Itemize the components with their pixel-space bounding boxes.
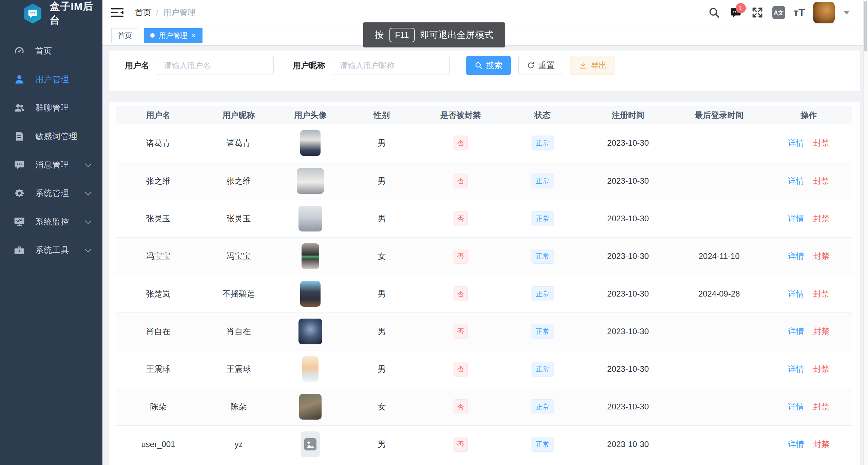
cell-last-login: 2024-09-28 [698, 289, 740, 298]
user-avatar-image [297, 168, 324, 194]
table-row: 张楚岚 不摇碧莲 男 否 正常 2023-10-30 2024-09-28 详情… [116, 275, 852, 312]
sidebar-item-label: 系统工具 [35, 245, 69, 256]
avatar-dropdown-caret-icon[interactable] [844, 11, 850, 15]
cell-registered: 2023-10-30 [607, 251, 649, 261]
sidebar-item[interactable]: 系统工具 [0, 236, 102, 264]
sidebar-item[interactable]: 用户管理 [0, 65, 102, 94]
ban-link[interactable]: 封禁 [813, 364, 829, 373]
user-table-card: 用户名用户昵称用户头像性别是否被封禁状态注册时间最后登录时间操作 诸葛青 诸葛青… [109, 102, 861, 465]
column-header: 操作 [766, 106, 852, 124]
cell-nickname: 冯宝宝 [227, 251, 251, 261]
cell-nickname: 肖自在 [227, 327, 251, 336]
sidebar-item-label: 系统管理 [35, 188, 69, 199]
nickname-label: 用户昵称 [293, 60, 325, 71]
app-title: 盒子IM后台 [50, 0, 102, 27]
sidebar-item[interactable]: 敏感词管理 [0, 122, 102, 150]
table-header-row: 用户名用户昵称用户头像性别是否被封禁状态注册时间最后登录时间操作 [116, 106, 852, 124]
sidebar-item-label: 消息管理 [35, 159, 69, 170]
user-avatar[interactable] [813, 2, 835, 23]
detail-link[interactable]: 详情 [788, 138, 804, 147]
sidebar-item[interactable]: 首页 [0, 37, 102, 65]
user-table: 用户名用户昵称用户头像性别是否被封禁状态注册时间最后登录时间操作 诸葛青 诸葛青… [116, 106, 852, 463]
status-badge: 正常 [532, 362, 554, 377]
cell-username: 张之维 [146, 176, 171, 185]
ban-link[interactable]: 封禁 [813, 176, 829, 185]
font-size-icon[interactable]: тT [793, 7, 805, 18]
ban-link[interactable]: 封禁 [813, 402, 829, 411]
detail-link[interactable]: 详情 [788, 214, 804, 223]
sidebar-item-label: 系统监控 [35, 216, 69, 227]
tab-home[interactable]: 首页 [111, 28, 138, 43]
breadcrumb-home[interactable]: 首页 [135, 7, 151, 18]
scrollbar-thumb[interactable] [864, 1, 867, 52]
column-header: 用户头像 [276, 106, 344, 124]
column-header: 最后登录时间 [673, 106, 766, 124]
user-avatar-image [300, 281, 321, 307]
sidebar-item[interactable]: 消息管理 [0, 150, 102, 179]
language-icon[interactable]: A文 [772, 6, 785, 19]
cell-registered: 2023-10-30 [607, 327, 649, 336]
fullscreen-toast: 按 F11 即可退出全屏模式 [363, 22, 505, 47]
chevron-down-icon [85, 246, 92, 252]
cell-username: 陈朵 [150, 402, 167, 411]
ban-link[interactable]: 封禁 [813, 327, 829, 336]
username-input[interactable] [157, 56, 274, 75]
page-scrollbar[interactable] [863, 0, 868, 465]
tab-user-management[interactable]: 用户管理 × [144, 28, 202, 43]
message-count-badge: 1 [736, 3, 746, 13]
table-row: user_001 yz 男 否 正常 2023-10-30 详情 封禁 [116, 425, 852, 463]
table-row: 诸葛青 诸葛青 男 否 正常 2023-10-30 详情 封禁 [116, 124, 852, 162]
cell-nickname: yz [235, 440, 243, 449]
fullscreen-icon[interactable] [751, 6, 764, 19]
top-header: 首页 / 用户管理 1 A文 тT [102, 0, 863, 25]
search-icon [475, 61, 483, 69]
cell-username: 冯宝宝 [146, 251, 171, 261]
export-button[interactable]: 导出 [571, 56, 615, 75]
message-icon[interactable]: 1 [729, 6, 742, 19]
tab-close-icon[interactable]: × [191, 32, 196, 40]
cell-username: user_001 [141, 440, 175, 449]
status-badge: 正常 [532, 211, 554, 226]
app-logo[interactable]: 盒子IM后台 [0, 0, 102, 27]
detail-link[interactable]: 详情 [788, 251, 804, 261]
detail-link[interactable]: 详情 [788, 440, 804, 449]
sidebar-item[interactable]: 群聊管理 [0, 94, 102, 122]
column-header: 注册时间 [583, 106, 673, 124]
detail-link[interactable]: 详情 [788, 402, 804, 411]
search-button[interactable]: 搜索 [466, 56, 511, 75]
sidebar-collapse-icon[interactable] [111, 7, 123, 18]
sidebar-menu: 首页 用户管理 群聊管理 敏感词管理 消息管理 系统管理 系统监控 系统工具 [0, 37, 102, 264]
table-row: 陈朵 陈朵 女 否 正常 2023-10-30 详情 封禁 [116, 388, 852, 425]
ban-link[interactable]: 封禁 [813, 440, 829, 449]
user-avatar-image [302, 243, 319, 269]
main-content: 用户名 用户昵称 搜索 重置 [102, 46, 863, 465]
banned-badge: 否 [454, 437, 468, 452]
banned-badge: 否 [454, 286, 468, 301]
detail-link[interactable]: 详情 [788, 176, 804, 185]
search-icon[interactable] [707, 6, 721, 19]
ban-link[interactable]: 封禁 [813, 251, 829, 261]
column-header: 状态 [502, 106, 583, 124]
detail-link[interactable]: 详情 [788, 364, 804, 373]
status-badge: 正常 [532, 286, 554, 301]
filter-card: 用户名 用户昵称 搜索 重置 [109, 50, 861, 92]
sidebar-item[interactable]: 系统监控 [0, 207, 102, 236]
detail-link[interactable]: 详情 [788, 327, 804, 336]
app-logo-icon [23, 3, 42, 24]
sidebar-item[interactable]: 系统管理 [0, 179, 102, 207]
reset-button[interactable]: 重置 [518, 56, 563, 75]
cell-registered: 2023-10-30 [607, 440, 649, 449]
column-header: 用户名 [116, 106, 201, 124]
user-avatar-image [302, 356, 319, 382]
nickname-input[interactable] [333, 56, 450, 75]
cell-username: 张灵玉 [146, 214, 171, 223]
detail-link[interactable]: 详情 [788, 289, 804, 298]
cell-gender: 男 [378, 289, 386, 298]
banned-badge: 否 [454, 362, 468, 377]
breadcrumb-current: 用户管理 [163, 7, 196, 18]
ban-link[interactable]: 封禁 [813, 214, 829, 223]
ban-link[interactable]: 封禁 [813, 289, 829, 298]
ban-link[interactable]: 封禁 [813, 138, 829, 147]
toolbox-icon [14, 245, 25, 256]
status-badge: 正常 [532, 399, 554, 414]
